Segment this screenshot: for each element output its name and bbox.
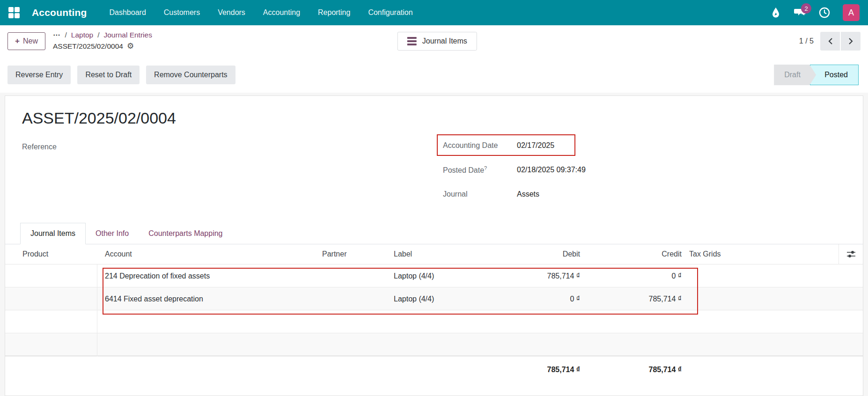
cell-credit[interactable]: 785,714 ₫	[585, 295, 686, 303]
activities-clock-icon[interactable]	[818, 7, 831, 19]
action-bar: Reverse Entry Reset to Draft Remove Coun…	[0, 57, 868, 93]
nav-item-configuration[interactable]: Configuration	[368, 8, 412, 17]
cell-debit[interactable]: 785,714 ₫	[532, 272, 585, 280]
posted-date-value[interactable]: 02/18/2025 09:37:49	[517, 166, 586, 174]
column-header-partner[interactable]: Partner	[317, 250, 389, 258]
table-empty-row	[5, 310, 863, 333]
table-body: 214 Deprecation of fixed assets Laptop (…	[5, 264, 863, 356]
optional-columns-icon[interactable]	[839, 244, 863, 264]
nav-menu: Dashboard Customers Vendors Accounting R…	[110, 8, 413, 17]
cell-account[interactable]: 6414 Fixed asset deprecation	[97, 295, 317, 303]
reverse-entry-button[interactable]: Reverse Entry	[7, 66, 71, 84]
accounting-date-value[interactable]: 02/17/2025	[517, 141, 554, 150]
total-debit: 785,714 ₫	[532, 366, 585, 374]
cell-debit[interactable]: 0 ₫	[532, 295, 585, 303]
column-header-tax-grids[interactable]: Tax Grids	[686, 250, 731, 258]
total-credit: 785,714 ₫	[585, 366, 686, 374]
notebook-tabs: Journal Items Other Info Counterparts Ma…	[5, 221, 863, 244]
nav-item-customers[interactable]: Customers	[164, 8, 200, 17]
breadcrumb-link-laptop[interactable]: Laptop	[71, 30, 93, 40]
journal-items-table: Product Account Partner Label Debit Cred…	[5, 244, 863, 383]
breadcrumb-link-journal-entries[interactable]: Journal Entries	[104, 30, 152, 40]
pager-next-button[interactable]	[841, 32, 861, 51]
cell-label[interactable]: Laptop (4/4)	[389, 295, 532, 303]
posted-date-label: Posted Date?	[443, 165, 517, 175]
nav-item-dashboard[interactable]: Dashboard	[110, 8, 146, 17]
remove-counterparts-button[interactable]: Remove Counterparts	[146, 66, 235, 84]
user-avatar[interactable]: A	[843, 4, 860, 21]
cell-credit[interactable]: 0 ₫	[585, 272, 686, 280]
status-draft[interactable]: Draft	[774, 65, 816, 85]
column-header-credit[interactable]: Credit	[585, 250, 686, 258]
table-row[interactable]: 214 Deprecation of fixed assets Laptop (…	[5, 264, 863, 287]
form-sheet: ASSET/2025/02/0004 Reference Accounting …	[5, 95, 863, 396]
apps-grid-icon[interactable]	[8, 7, 20, 18]
reset-to-draft-button[interactable]: Reset to Draft	[77, 66, 140, 84]
new-button-label: New	[23, 37, 38, 45]
app-name[interactable]: Accounting	[32, 7, 87, 18]
journal-value[interactable]: Assets	[517, 190, 539, 198]
table-row[interactable]: 6414 Fixed asset deprecation Laptop (4/4…	[5, 287, 863, 310]
nav-item-vendors[interactable]: Vendors	[218, 8, 245, 17]
column-header-account[interactable]: Account	[97, 250, 317, 258]
cell-product[interactable]	[5, 264, 97, 287]
droplet-icon[interactable]	[770, 7, 782, 19]
journal-items-button-label: Journal Items	[422, 37, 467, 45]
tab-counterparts-mapping[interactable]: Counterparts Mapping	[139, 223, 232, 244]
nav-item-reporting[interactable]: Reporting	[318, 8, 350, 17]
accounting-date-label: Accounting Date	[443, 141, 517, 150]
breadcrumb-ellipsis[interactable]: ⋯	[53, 30, 61, 40]
cell-product[interactable]	[5, 287, 97, 310]
journal-label: Journal	[443, 190, 517, 198]
table-header-row: Product Account Partner Label Debit Cred…	[5, 244, 863, 264]
pager: 1 / 5	[799, 32, 861, 51]
plus-icon: +	[15, 37, 20, 46]
tab-other-info[interactable]: Other Info	[86, 223, 139, 244]
hamburger-icon	[407, 37, 417, 45]
cell-label[interactable]: Laptop (4/4)	[389, 272, 532, 280]
control-panel: + New ⋯ / Laptop / Journal Entries ASSET…	[0, 25, 868, 57]
column-header-label[interactable]: Label	[389, 250, 532, 258]
top-navbar: Accounting Dashboard Customers Vendors A…	[0, 0, 868, 25]
navbar-right: 2 A	[770, 4, 860, 21]
status-posted: Posted	[810, 65, 859, 85]
breadcrumb-current: ASSET/2025/02/0004	[53, 41, 123, 51]
breadcrumb-separator: /	[65, 30, 66, 40]
reference-label[interactable]: Reference	[22, 143, 57, 151]
help-icon: ?	[484, 165, 487, 171]
messages-badge: 2	[801, 3, 811, 14]
table-empty-row	[5, 333, 863, 356]
pager-previous-button[interactable]	[820, 32, 840, 51]
breadcrumb: ⋯ / Laptop / Journal Entries ASSET/2025/…	[53, 30, 152, 52]
table-totals: 785,714 ₫ 785,714 ₫	[5, 356, 863, 383]
column-header-product[interactable]: Product	[5, 250, 97, 258]
messages-icon[interactable]: 2	[794, 7, 806, 19]
sheet-background: ASSET/2025/02/0004 Reference Accounting …	[0, 93, 868, 396]
cell-account[interactable]: 214 Deprecation of fixed assets	[97, 272, 317, 280]
journal-items-button[interactable]: Journal Items	[397, 32, 477, 51]
status-bar: Draft Posted	[774, 65, 859, 85]
tab-journal-items[interactable]: Journal Items	[20, 223, 86, 244]
gear-icon[interactable]: ⚙	[127, 41, 134, 52]
column-header-debit[interactable]: Debit	[532, 250, 585, 258]
new-button[interactable]: + New	[7, 32, 45, 50]
field-column: Accounting Date 02/17/2025 Posted Date? …	[443, 139, 705, 212]
pager-count: 1 / 5	[799, 37, 814, 45]
nav-item-accounting[interactable]: Accounting	[263, 8, 300, 17]
entry-title: ASSET/2025/02/0004	[22, 109, 176, 127]
breadcrumb-separator: /	[97, 30, 99, 40]
